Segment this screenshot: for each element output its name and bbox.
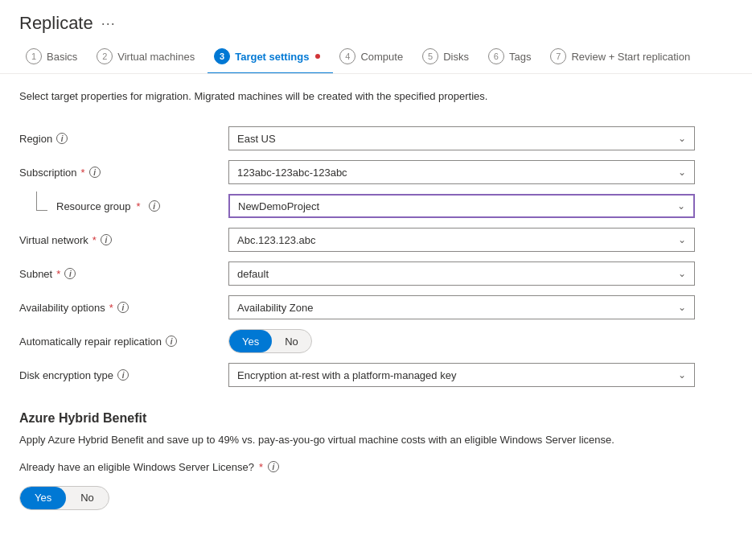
- step-circle-2: 2: [97, 48, 113, 64]
- virtual-network-dropdown[interactable]: Abc.123.123.abc ⌄: [228, 228, 695, 252]
- step-target-settings[interactable]: 3 Target settings: [208, 40, 333, 74]
- virtual-network-info-icon[interactable]: i: [101, 234, 112, 245]
- virtual-network-control: Abc.123.123.abc ⌄: [228, 228, 695, 252]
- encryption-control: Encryption at-rest with a platform-manag…: [228, 363, 695, 387]
- step-circle-7: 7: [550, 48, 566, 64]
- virtual-network-row: Virtual network * i Abc.123.123.abc ⌄: [19, 223, 733, 257]
- subnet-value: default: [237, 268, 269, 280]
- step-label-tags: Tags: [509, 51, 531, 63]
- hybrid-benefit-question-row: Already have an eligible Windows Server …: [19, 461, 733, 473]
- region-chevron-icon: ⌄: [678, 133, 686, 144]
- virtual-network-chevron-icon: ⌄: [678, 234, 686, 245]
- step-label-review: Review + Start replication: [571, 51, 690, 63]
- step-label-target: Target settings: [235, 51, 309, 63]
- subnet-control: default ⌄: [228, 261, 695, 286]
- hybrid-benefit-title: Azure Hybrid Benefit: [19, 411, 733, 426]
- step-label-basics: Basics: [47, 51, 77, 63]
- encryption-info-icon[interactable]: i: [117, 369, 129, 381]
- subnet-dropdown[interactable]: default ⌄: [228, 261, 695, 286]
- availability-dropdown[interactable]: Availability Zone ⌄: [228, 295, 695, 319]
- subscription-label: Subscription * i: [19, 167, 228, 179]
- resource-group-row: Resource group * i NewDemoProject ⌄: [19, 189, 733, 223]
- subnet-info-icon[interactable]: i: [64, 268, 76, 279]
- wizard-steps: 1 Basics 2 Virtual machines 3 Target set…: [0, 40, 752, 74]
- step-review[interactable]: 7 Review + Start replication: [544, 40, 703, 74]
- resource-group-dropdown[interactable]: NewDemoProject ⌄: [228, 194, 695, 218]
- subnet-row: Subnet * i default ⌄: [19, 257, 733, 290]
- availability-label: Availability options * i: [19, 302, 228, 314]
- region-info-icon[interactable]: i: [56, 133, 68, 144]
- hybrid-benefit-description: Apply Azure Hybrid Benefit and save up t…: [19, 432, 733, 448]
- hybrid-yes-option[interactable]: Yes: [20, 487, 66, 509]
- encryption-label: Disk encryption type i: [19, 369, 228, 381]
- region-dropdown[interactable]: East US ⌄: [228, 126, 695, 150]
- availability-chevron-icon: ⌄: [678, 302, 686, 313]
- hybrid-toggle[interactable]: Yes No: [19, 486, 109, 510]
- virtual-network-required: *: [92, 234, 97, 246]
- subscription-chevron-icon: ⌄: [678, 167, 686, 178]
- repair-yes-option[interactable]: Yes: [229, 330, 272, 352]
- encryption-dropdown[interactable]: Encryption at-rest with a platform-manag…: [228, 363, 695, 387]
- repair-toggle[interactable]: Yes No: [228, 329, 312, 353]
- resource-group-indent: Resource group * i: [19, 200, 228, 212]
- resource-group-chevron-icon: ⌄: [677, 200, 685, 212]
- step-label-vms: Virtual machines: [117, 51, 195, 63]
- step-label-compute: Compute: [360, 51, 403, 63]
- encryption-chevron-icon: ⌄: [678, 369, 686, 381]
- step-virtual-machines[interactable]: 2 Virtual machines: [90, 40, 208, 74]
- subscription-value: 123abc-123abc-123abc: [237, 167, 347, 179]
- step-circle-4: 4: [339, 48, 355, 64]
- step-circle-6: 6: [488, 48, 504, 64]
- subscription-info-icon[interactable]: i: [89, 167, 101, 178]
- resource-group-info-icon[interactable]: i: [149, 200, 160, 212]
- step-label-disks: Disks: [443, 51, 469, 63]
- availability-info-icon[interactable]: i: [117, 302, 129, 313]
- step-compute[interactable]: 4 Compute: [333, 40, 416, 74]
- region-value: East US: [237, 133, 276, 145]
- step-disks[interactable]: 5 Disks: [416, 40, 482, 74]
- resource-group-label: Resource group: [56, 200, 131, 212]
- step-tags[interactable]: 6 Tags: [482, 40, 544, 74]
- subscription-row: Subscription * i 123abc-123abc-123abc ⌄: [19, 155, 733, 189]
- region-control: East US ⌄: [228, 126, 695, 150]
- subscription-required: *: [81, 167, 85, 179]
- region-label: Region i: [19, 133, 228, 145]
- repair-label: Automatically repair replication i: [19, 336, 228, 348]
- step-dot-indicator: [315, 54, 320, 59]
- step-circle-5: 5: [422, 48, 438, 64]
- repair-row: Automatically repair replication i Yes N…: [19, 324, 733, 358]
- repair-control: Yes No: [228, 329, 695, 353]
- step-circle-3: 3: [214, 48, 230, 64]
- page-description: Select target properties for migration. …: [19, 90, 733, 102]
- resource-group-value: NewDemoProject: [238, 200, 319, 212]
- more-options-icon[interactable]: ···: [101, 15, 116, 32]
- hybrid-benefit-question: Already have an eligible Windows Server …: [19, 461, 254, 473]
- repair-toggle-container: Yes No: [228, 329, 695, 353]
- form-section: Region i East US ⌄ Subscription * i 123a…: [19, 121, 733, 392]
- subscription-control: 123abc-123abc-123abc ⌄: [228, 160, 695, 184]
- hybrid-toggle-container: Yes No: [19, 486, 733, 510]
- repair-info-icon[interactable]: i: [166, 336, 177, 347]
- hybrid-benefit-info-icon[interactable]: i: [268, 461, 279, 472]
- repair-no-option[interactable]: No: [272, 330, 311, 352]
- resource-group-control: NewDemoProject ⌄: [228, 194, 695, 218]
- page-header: Replicate ···: [0, 0, 752, 40]
- virtual-network-label: Virtual network * i: [19, 234, 228, 246]
- step-circle-1: 1: [26, 48, 42, 64]
- subnet-required: *: [56, 268, 60, 280]
- step-basics[interactable]: 1 Basics: [19, 40, 90, 74]
- hybrid-no-option[interactable]: No: [66, 487, 109, 509]
- availability-control: Availability Zone ⌄: [228, 295, 695, 319]
- availability-value: Availability Zone: [237, 302, 313, 314]
- encryption-row: Disk encryption type i Encryption at-res…: [19, 358, 733, 392]
- availability-required: *: [109, 302, 113, 314]
- hybrid-benefit-section: Azure Hybrid Benefit Apply Azure Hybrid …: [19, 411, 733, 510]
- hybrid-benefit-required: *: [259, 461, 263, 473]
- content-area: Select target properties for migration. …: [0, 74, 752, 526]
- virtual-network-value: Abc.123.123.abc: [237, 234, 316, 246]
- encryption-value: Encryption at-rest with a platform-manag…: [237, 369, 456, 381]
- subscription-dropdown[interactable]: 123abc-123abc-123abc ⌄: [228, 160, 695, 184]
- subnet-chevron-icon: ⌄: [678, 268, 686, 279]
- availability-row: Availability options * i Availability Zo…: [19, 290, 733, 324]
- resource-group-required: *: [137, 200, 141, 212]
